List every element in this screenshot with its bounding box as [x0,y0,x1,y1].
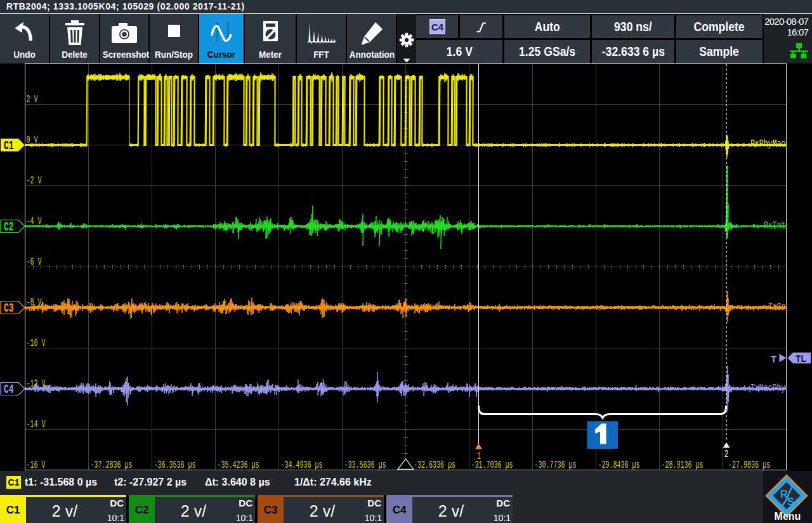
svg-text:-29.8436 µs: -29.8436 µs [598,459,640,470]
svg-text:-33.5636 µs: -33.5636 µs [344,459,386,470]
svg-text:C2: C2 [4,220,14,234]
svg-text:-10 V: -10 V [27,337,46,348]
svg-text:-4 V: -4 V [27,215,42,227]
svg-text:-35.4236 µs: -35.4236 µs [218,459,259,470]
svg-text:-36.3536 µs: -36.3536 µs [154,459,196,470]
svg-text:-27.9836 µs: -27.9836 µs [728,459,770,470]
svg-text:T: T [771,354,776,364]
svg-text:-2 V: -2 V [27,175,42,186]
svg-text:-14 V: -14 V [27,418,46,430]
svg-text:TxGo: TxGo [768,301,786,313]
svg-text:-16 V: -16 V [27,459,46,470]
svg-text:S: S [787,496,794,507]
svg-text:C3: C3 [4,301,14,315]
svg-text:2: 2 [724,447,728,460]
svg-text:-34.4936 µs: -34.4936 µs [281,459,323,470]
svg-text:2 V: 2 V [27,93,38,105]
svg-text:RxPhyMac: RxPhyMac [750,138,785,150]
svg-text:-30.7736 µs: -30.7736 µs [535,459,577,470]
svg-text:-32.6336 µs: -32.6336 µs [414,459,455,470]
svg-text:1: 1 [477,449,481,462]
svg-text:-37.2836 µs: -37.2836 µs [91,459,133,470]
svg-text:-6 V: -6 V [27,256,42,267]
svg-text:TxMacPhy: TxMacPhy [750,382,785,394]
svg-text:TL: TL [796,354,807,364]
svg-text:C1: C1 [4,139,14,153]
svg-text:-28.9136 µs: -28.9136 µs [662,459,704,470]
svg-text:RxInt: RxInt [764,220,785,232]
svg-text:C4: C4 [4,383,14,397]
